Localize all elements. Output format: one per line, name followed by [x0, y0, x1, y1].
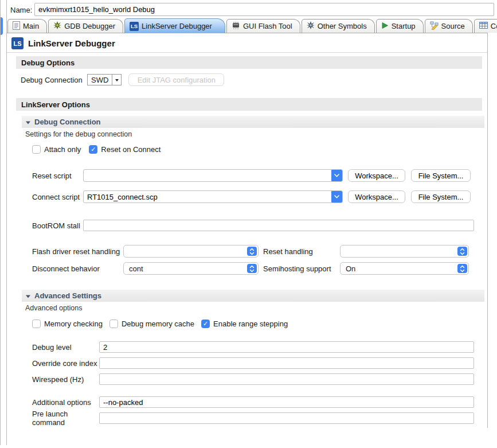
chip-icon [232, 22, 240, 31]
tab-source[interactable]: Source [425, 19, 473, 33]
advanced-settings-subtitle: Advanced options [25, 304, 82, 312]
bootrom-stall-input[interactable] [83, 220, 474, 231]
stepper-icon[interactable] [457, 264, 467, 273]
chevron-down-icon[interactable] [331, 191, 342, 202]
tab-label: GUI Flash Tool [243, 22, 292, 30]
tab-linkserver-debugger[interactable]: LS LinkServer Debugger [124, 18, 225, 33]
tab-label: Main [23, 22, 39, 30]
connect-script-filesystem-button[interactable]: File System... [411, 190, 471, 203]
debug-connection-subtitle: Settings for the debug connection [25, 130, 132, 138]
tree-selection-sliver [1, 17, 3, 35]
bootrom-stall-label: BootROM stall [32, 221, 83, 230]
header-divider [7, 52, 487, 53]
collapse-triangle-icon[interactable] [26, 118, 30, 126]
tab-gdb-debugger[interactable]: GDB Debugger [48, 19, 123, 33]
additional-options-input[interactable] [99, 396, 474, 408]
connect-script-row: Connect script Workspace... File System.… [32, 190, 471, 203]
reset-on-connect-checkbox-item[interactable]: Reset on Connect [89, 145, 161, 154]
wirespeed-label: Wirespeed (Hz) [32, 375, 99, 384]
page-title: LinkServer Debugger [28, 38, 115, 48]
reset-script-input[interactable] [84, 172, 331, 180]
tab-label: Other Symbols [318, 22, 367, 30]
debug-connection-row: Debug Connection SWD Edit JTAG configura… [21, 73, 224, 86]
memory-checking-checkbox[interactable] [32, 320, 41, 328]
connect-script-label: Connect script [32, 193, 83, 201]
connect-script-workspace-button[interactable]: Workspace... [348, 190, 405, 203]
reset-script-label: Reset script [32, 172, 83, 180]
symbols-icon [307, 21, 315, 31]
debug-options-section-header: Debug Options [16, 56, 482, 69]
ls-icon: LS [130, 22, 139, 31]
advanced-settings-expandable-header[interactable]: Advanced Settings [22, 290, 484, 302]
flash-driver-reset-row: Flash driver reset handling Reset handli… [32, 245, 469, 258]
debug-connection-expandable-header[interactable]: Debug Connection [22, 116, 484, 128]
tab-label: GDB Debugger [64, 22, 115, 30]
debug-memory-cache-checkbox-item[interactable]: Debug memory cache [109, 320, 194, 328]
wirespeed-row: Wirespeed (Hz) [32, 373, 474, 385]
debug-configuration-view: Name: Main GDB Debugger LS LinkServer De… [0, 0, 497, 448]
flash-driver-reset-handling-select[interactable] [123, 245, 259, 258]
tab-label: Common [491, 22, 497, 30]
connection-checkbox-row: Attach only Reset on Connect [32, 143, 161, 155]
tab-main[interactable]: Main [7, 19, 47, 33]
connect-script-combo[interactable] [83, 190, 343, 203]
play-icon [381, 22, 389, 31]
disconnect-behavior-label: Disconnect behavior [32, 264, 123, 273]
tab-gui-flash-tool[interactable]: GUI Flash Tool [226, 19, 300, 33]
table-icon [479, 22, 488, 30]
source-icon [430, 21, 439, 32]
pre-launch-command-row: Pre launch command [32, 412, 474, 424]
reset-on-connect-checkbox[interactable] [89, 145, 97, 154]
ls-icon: LS [11, 37, 24, 49]
reset-script-combo[interactable] [83, 169, 343, 182]
semihosting-support-select[interactable]: On [340, 262, 469, 275]
debug-connection-label: Debug Connection [21, 76, 87, 84]
debug-memory-cache-checkbox[interactable] [109, 320, 118, 328]
stepper-icon[interactable] [247, 264, 257, 273]
chevron-down-icon[interactable] [331, 170, 342, 181]
disconnect-behavior-row: Disconnect behavior cont Semihosting sup… [32, 262, 469, 275]
reset-handling-label: Reset handling [263, 247, 340, 256]
disconnect-behavior-select[interactable]: cont [123, 262, 259, 275]
tab-other-symbols[interactable]: Other Symbols [302, 19, 375, 33]
edit-jtag-configuration-button[interactable]: Edit JTAG configuration [128, 73, 224, 86]
tab-bar: Main GDB Debugger LS LinkServer Debugger… [7, 18, 497, 33]
connect-script-input[interactable] [84, 193, 331, 201]
flash-driver-reset-handling-label: Flash driver reset handling [32, 247, 123, 256]
semihosting-support-label: Semihosting support [263, 264, 340, 273]
wirespeed-input[interactable] [99, 373, 474, 385]
bootrom-stall-row: BootROM stall [32, 219, 474, 232]
pre-launch-command-label: Pre launch command [32, 410, 99, 427]
debug-level-input[interactable] [99, 341, 474, 353]
reset-script-row: Reset script Workspace... File System... [32, 169, 471, 182]
tab-common[interactable]: Common [474, 19, 497, 33]
stepper-icon[interactable] [247, 247, 257, 256]
tab-label: LinkServer Debugger [142, 22, 212, 30]
document-icon [13, 21, 20, 32]
linkserver-options-section-header: LinkServer Options [16, 98, 482, 111]
memory-checking-checkbox-item[interactable]: Memory checking [32, 320, 103, 328]
tab-startup[interactable]: Startup [376, 19, 424, 33]
tab-label: Startup [392, 22, 416, 30]
reset-handling-select[interactable] [340, 245, 469, 258]
enable-range-stepping-checkbox[interactable] [201, 320, 210, 328]
reset-script-filesystem-button[interactable]: File System... [411, 169, 471, 182]
name-input[interactable] [34, 3, 494, 16]
bug-icon [53, 21, 61, 31]
debug-connection-select[interactable]: SWD [87, 74, 122, 85]
dropdown-arrow-icon[interactable] [112, 75, 121, 85]
attach-only-checkbox-item[interactable]: Attach only [32, 145, 81, 154]
linkserver-debugger-panel: LS LinkServer Debugger Debug Options Deb… [7, 33, 488, 428]
additional-options-label: Additional options [32, 398, 99, 407]
collapse-triangle-icon[interactable] [26, 291, 30, 300]
attach-only-checkbox[interactable] [32, 145, 41, 154]
debug-level-row: Debug level [32, 341, 474, 353]
override-core-index-input[interactable] [99, 357, 474, 369]
pre-launch-command-input[interactable] [99, 412, 474, 424]
reset-script-workspace-button[interactable]: Workspace... [348, 169, 405, 182]
stepper-icon[interactable] [457, 247, 467, 256]
left-sash[interactable] [0, 0, 7, 445]
enable-range-stepping-checkbox-item[interactable]: Enable range stepping [201, 320, 288, 328]
additional-options-row: Additional options [32, 396, 474, 408]
debug-level-label: Debug level [32, 343, 99, 352]
